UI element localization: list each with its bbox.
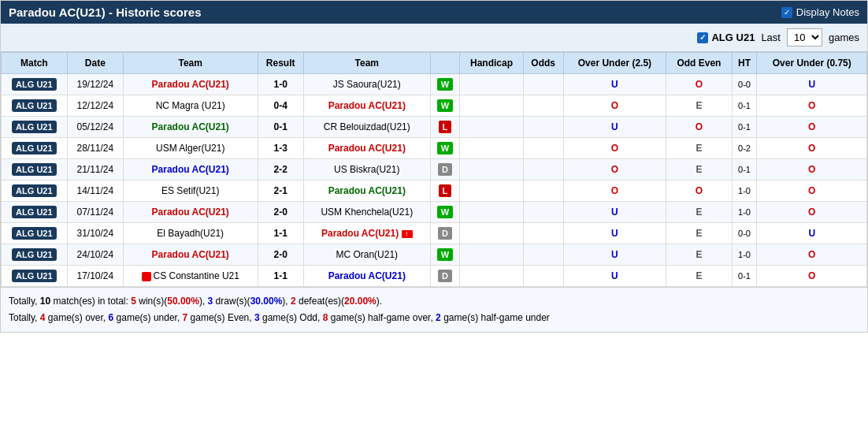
col-match: Match: [2, 53, 68, 74]
footer: Totally, 10 match(es) in total: 5 win(s)…: [1, 287, 867, 332]
cell-outcome: D: [430, 159, 460, 181]
col-odd-even: Odd Even: [666, 53, 732, 74]
games-hg-over: 8: [323, 312, 328, 323]
cell-odds: [523, 181, 563, 202]
cell-odd-even: E: [666, 202, 732, 223]
table-row: ALG U2119/12/24Paradou AC(U21)1-0JS Saou…: [2, 74, 867, 95]
cell-ht: 1-0: [732, 181, 757, 202]
cell-over-under: U: [563, 117, 666, 138]
table-row: ALG U2131/10/24El Bayadh(U21)1-1Paradou …: [2, 223, 867, 244]
cell-over-under2: O: [757, 95, 867, 117]
cell-match: ALG U21: [2, 244, 68, 266]
cell-odds: [523, 95, 563, 117]
table-row: ALG U2105/12/24Paradou AC(U21)0-1CR Belo…: [2, 117, 867, 138]
table-row: ALG U2121/11/24Paradou AC(U21)2-2US Bisk…: [2, 159, 867, 181]
cell-team2: USM Khenchela(U21): [303, 202, 430, 223]
cell-odd-even: E: [666, 223, 732, 244]
scores-table: Match Date Team Result Team Handicap Odd…: [1, 52, 867, 287]
cell-result: 1-1: [258, 266, 303, 287]
cell-ht: 0-1: [732, 95, 757, 117]
footer-line2: Totally, 4 game(s) over, 6 game(s) under…: [9, 311, 859, 326]
cell-team1: Paradou AC(U21): [123, 117, 258, 138]
col-result: Result: [258, 53, 303, 74]
games-even: 7: [183, 312, 188, 323]
cell-odds: [523, 202, 563, 223]
table-row: ALG U2112/12/24NC Magra (U21)0-4Paradou …: [2, 95, 867, 117]
defeats-pct: 20.00%: [344, 296, 377, 307]
cell-date: 05/12/24: [67, 117, 123, 138]
cell-match: ALG U21: [2, 266, 68, 287]
cell-team1: NC Magra (U21): [123, 95, 258, 117]
col-ht: HT: [732, 53, 757, 74]
display-notes-label: Display Notes: [796, 6, 859, 18]
cell-result: 1-3: [258, 138, 303, 159]
cell-over-under2: O: [757, 181, 867, 202]
col-outcome: [430, 53, 460, 74]
cell-result: 1-0: [258, 74, 303, 95]
cell-team2: Paradou AC(U21) !: [303, 223, 430, 244]
cell-match: ALG U21: [2, 223, 68, 244]
cell-handicap: [460, 181, 524, 202]
cell-over-under2: O: [757, 138, 867, 159]
cell-date: 14/11/24: [67, 181, 123, 202]
cell-handicap: [460, 223, 524, 244]
cell-match: ALG U21: [2, 117, 68, 138]
cell-ht: 0-2: [732, 138, 757, 159]
cell-ht: 1-0: [732, 202, 757, 223]
cell-date: 07/11/24: [67, 202, 123, 223]
cell-team2: JS Saoura(U21): [303, 74, 430, 95]
cell-odd-even: O: [666, 181, 732, 202]
cell-team2: US Biskra(U21): [303, 159, 430, 181]
games-select[interactable]: 10 5 15 20: [787, 28, 822, 47]
page-title: Paradou AC(U21) - Historic scores: [9, 6, 202, 19]
cell-odd-even: E: [666, 138, 732, 159]
display-notes-control: ✓ Display Notes: [781, 6, 859, 18]
cell-odds: [523, 223, 563, 244]
table-body: ALG U2119/12/24Paradou AC(U21)1-0JS Saou…: [2, 74, 867, 287]
cell-over-under: O: [563, 181, 666, 202]
cell-team1: Paradou AC(U21): [123, 202, 258, 223]
draws-count: 3: [208, 296, 213, 307]
cell-date: 19/12/24: [67, 74, 123, 95]
cell-handicap: [460, 74, 524, 95]
cell-outcome: W: [430, 244, 460, 266]
cell-result: 1-1: [258, 223, 303, 244]
cell-over-under: O: [563, 95, 666, 117]
cell-team1: Paradou AC(U21): [123, 159, 258, 181]
cell-match: ALG U21: [2, 95, 68, 117]
cell-over-under2: U: [757, 223, 867, 244]
col-date: Date: [67, 53, 123, 74]
cell-handicap: [460, 202, 524, 223]
cell-over-under: O: [563, 138, 666, 159]
cell-over-under2: O: [757, 202, 867, 223]
cell-handicap: [460, 159, 524, 181]
games-odd: 3: [254, 312, 260, 323]
cell-ht: 0-0: [732, 223, 757, 244]
cell-over-under2: O: [757, 244, 867, 266]
cell-date: 21/11/24: [67, 159, 123, 181]
wins-pct: 50.00%: [167, 296, 199, 307]
cell-outcome: W: [430, 95, 460, 117]
cell-date: 12/12/24: [67, 95, 123, 117]
alg-checkbox[interactable]: ✓: [697, 32, 708, 43]
cell-outcome: D: [430, 223, 460, 244]
cell-over-under: U: [563, 244, 666, 266]
cell-team1: ES Setif(U21): [123, 181, 258, 202]
footer-line1: Totally, 10 match(es) in total: 5 win(s)…: [9, 294, 859, 309]
cell-date: 31/10/24: [67, 223, 123, 244]
table-row: ALG U2117/10/24CS Constantine U211-1Para…: [2, 266, 867, 287]
cell-outcome: W: [430, 138, 460, 159]
cell-result: 2-0: [258, 202, 303, 223]
controls-row: ✓ ALG U21 Last 10 5 15 20 games: [1, 24, 867, 52]
display-notes-checkbox[interactable]: ✓: [781, 7, 792, 18]
cell-match: ALG U21: [2, 159, 68, 181]
cell-team1: USM Alger(U21): [123, 138, 258, 159]
table-row: ALG U2107/11/24Paradou AC(U21)2-0USM Khe…: [2, 202, 867, 223]
last-label: Last: [761, 32, 781, 43]
cell-over-under2: O: [757, 117, 867, 138]
cell-odd-even: O: [666, 74, 732, 95]
cell-odds: [523, 74, 563, 95]
table-row: ALG U2124/10/24Paradou AC(U21)2-0MC Oran…: [2, 244, 867, 266]
col-handicap: Handicap: [460, 53, 524, 74]
games-over: 4: [40, 312, 46, 323]
